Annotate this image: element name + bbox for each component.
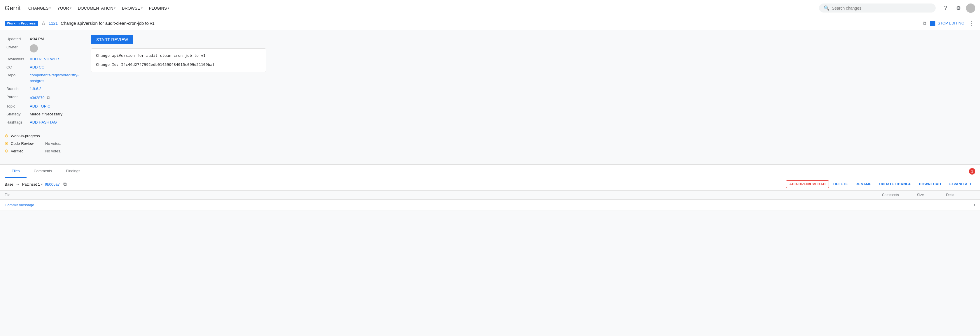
search-bar: 🔍 (819, 3, 935, 13)
star-button[interactable]: ☆ (41, 20, 46, 27)
nav-icons: ? ⚙ (940, 3, 975, 13)
toolbar-actions: ADD/OPEN/UPLOAD DELETE RENAME UPDATE CHA… (786, 181, 975, 188)
metadata-table: Updated 4:34 PM Owner Reviewers ADD REVI… (5, 35, 86, 126)
copy-hash-button[interactable]: ⧉ (62, 181, 68, 187)
tab-comments[interactable]: Comments (27, 165, 59, 178)
add-hashtag-link[interactable]: ADD HASHTAG (30, 120, 57, 124)
commit-message-line2: Change-Id: I4c46d2747992edb014590484015c… (96, 62, 261, 68)
add-cc-link[interactable]: ADD CC (30, 65, 45, 69)
help-button[interactable]: ? (940, 3, 951, 13)
files-tabs: Files Comments Findings 1 (0, 165, 980, 178)
copy-parent-button[interactable]: ⧉ (46, 94, 51, 101)
reviewers-value: ADD REVIEWER (28, 55, 86, 63)
more-options-button[interactable]: ⋮ (967, 19, 975, 28)
start-review-button[interactable]: START REVIEW (91, 35, 133, 44)
arrow-icon: → (16, 182, 20, 187)
settings-button[interactable]: ⚙ (953, 3, 964, 13)
chevron-down-icon: ▾ (114, 6, 116, 10)
owner-label: Owner (5, 43, 28, 55)
app-logo: Gerrit (5, 5, 21, 12)
commit-message-file-link[interactable]: Commit message (5, 203, 974, 207)
comments-col-header: Comments (882, 193, 917, 197)
commit-message-line1: Change apiVersion for audit-clean-cron-j… (96, 53, 261, 59)
verified-votes: No votes. (45, 149, 61, 153)
change-number-link[interactable]: 1121 (49, 21, 58, 25)
file-col-header: File (5, 193, 882, 197)
chevron-down-icon: ▾ (70, 6, 72, 10)
labels-section: ⊙ Work-in-progress ⊙ Code-Review No vote… (5, 132, 86, 155)
files-badge: 1 (969, 168, 975, 174)
branch-row: Branch 1.9.6.2 (5, 85, 86, 93)
topic-label: Topic (5, 102, 28, 111)
add-open-upload-button[interactable]: ADD/OPEN/UPLOAD (786, 181, 829, 188)
expand-all-button[interactable]: EXPAND ALL (946, 181, 975, 188)
updated-value: 4:34 PM (28, 35, 86, 43)
chevron-down-icon: ▾ (41, 183, 43, 186)
codereview-label-icon: ⊙ (5, 141, 8, 146)
repo-row: Repo components/registry/registry-postgr… (5, 71, 86, 85)
chevron-down-icon: ▾ (141, 6, 143, 10)
patchset-selector[interactable]: Patchset 1 ▾ (22, 182, 43, 187)
top-nav: Gerrit CHANGES ▾ YOUR ▾ DOCUMENTATION ▾ … (0, 0, 980, 16)
parent-label: Parent (5, 93, 28, 102)
commit-hash-link[interactable]: 9b005a7 (45, 182, 60, 187)
branch-value: 1.9.6.2 (28, 85, 86, 93)
wip-label-name: Work-in-progress (11, 134, 43, 138)
base-label: Base (5, 182, 13, 187)
parent-value: b3d2879 ⧉ (28, 93, 86, 102)
repo-value: components/registry/registry-postgres (28, 71, 86, 85)
stop-icon (930, 21, 935, 26)
branch-label: Branch (5, 85, 28, 93)
nav-item-browse[interactable]: BROWSE ▾ (119, 4, 145, 12)
parent-link[interactable]: b3d2879 (30, 95, 45, 100)
label-wip-row: ⊙ Work-in-progress (5, 132, 86, 139)
wip-badge: Work in Progress (5, 21, 38, 26)
add-topic-link[interactable]: ADD TOPIC (30, 104, 50, 108)
delete-button[interactable]: DELETE (830, 181, 851, 188)
file-list-header: File Comments Size Delta (0, 190, 980, 200)
help-icon: ? (944, 5, 947, 11)
nav-menu: CHANGES ▾ YOUR ▾ DOCUMENTATION ▾ BROWSE … (25, 4, 172, 12)
stop-editing-button[interactable]: STOP EDITING (930, 21, 964, 26)
strategy-label: Strategy (5, 110, 28, 118)
nav-item-documentation[interactable]: DOCUMENTATION ▾ (75, 4, 119, 12)
reviewers-label: Reviewers (5, 55, 28, 63)
branch-link[interactable]: 1.9.6.2 (30, 87, 41, 91)
topic-value: ADD TOPIC (28, 102, 86, 111)
tab-files[interactable]: Files (5, 165, 27, 178)
hashtags-label: Hashtags (5, 118, 28, 127)
updated-row: Updated 4:34 PM (5, 35, 86, 43)
right-panel: START REVIEW Change apiVersion for audit… (91, 35, 975, 155)
copy-title-button[interactable]: ⧉ (922, 20, 927, 27)
commit-message-box: Change apiVersion for audit-clean-cron-j… (91, 48, 266, 72)
cc-value: ADD CC (28, 63, 86, 71)
chevron-down-icon: ▾ (168, 6, 169, 10)
avatar[interactable] (966, 3, 975, 13)
hashtags-row: Hashtags ADD HASHTAG (5, 118, 86, 127)
verified-label-name: Verified (11, 149, 43, 153)
expand-row-icon: › (974, 202, 975, 208)
file-toolbar: Base → Patchset 1 ▾ 9b005a7 ⧉ ADD/OPEN/U… (0, 178, 980, 190)
change-title: Change apiVersion for audit-clean-cron-j… (60, 21, 919, 25)
update-change-button[interactable]: UPDATE CHANGE (876, 181, 915, 188)
rename-button[interactable]: RENAME (852, 181, 875, 188)
owner-row: Owner (5, 43, 86, 55)
repo-link[interactable]: components/registry/registry-postgres (30, 73, 79, 83)
owner-avatar (30, 44, 38, 52)
add-reviewer-link[interactable]: ADD REVIEWER (30, 57, 59, 61)
search-input[interactable] (832, 6, 931, 11)
reviewers-row: Reviewers ADD REVIEWER (5, 55, 86, 63)
label-codereview-row: ⊙ Code-Review No votes. (5, 139, 86, 147)
tab-findings[interactable]: Findings (59, 165, 87, 178)
file-row-commit-message[interactable]: Commit message › (0, 200, 980, 211)
owner-value (28, 43, 86, 55)
nav-item-plugins[interactable]: PLUGINS ▾ (146, 4, 172, 12)
strategy-row: Strategy Merge if Necessary (5, 110, 86, 118)
download-button[interactable]: DOWNLOAD (916, 181, 944, 188)
nav-item-your[interactable]: YOUR ▾ (54, 4, 74, 12)
files-section: Files Comments Findings 1 Base → Patchse… (0, 164, 980, 211)
nav-item-changes[interactable]: CHANGES ▾ (25, 4, 54, 12)
search-icon: 🔍 (824, 5, 829, 11)
cc-label: CC (5, 63, 28, 71)
updated-label: Updated (5, 35, 28, 43)
